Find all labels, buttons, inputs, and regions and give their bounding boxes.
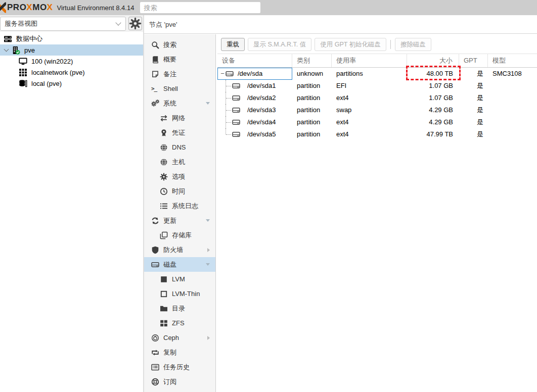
disks-content: 重载显示 S.M.A.R.T. 值使用 GPT 初始化磁盘擦除磁盘 设备类别使用… [217,34,537,392]
device-name: /dev/sda3 [247,104,276,116]
collapse-toggle-icon[interactable]: − [220,68,225,79]
tree-item-datacenter[interactable]: 数据中心 [0,33,143,44]
nav-item-firewall[interactable]: 防火墙 [144,242,215,257]
version-label: Virtual Environment 8.4.14 [57,4,134,12]
tree-item-label: localnetwork (pve) [31,69,85,76]
th-large-icon [160,319,168,327]
nav-item-zfs[interactable]: ZFS [144,316,215,330]
nav-item-disks[interactable]: 磁盘 [144,257,215,272]
ceph-icon [151,334,159,342]
nav-item-certificates[interactable]: 凭证 [144,125,215,140]
device-cell: /dev/sda3 [217,104,292,116]
terminal-icon: >_ [151,85,159,92]
column-header-usage[interactable]: 使用率 [332,54,407,67]
gear-icon [160,173,168,181]
nav-item-system[interactable]: 系统 [144,96,215,111]
nav-item-lvm[interactable]: LVM [144,272,215,286]
nav-item-dns[interactable]: DNS [144,140,215,155]
table-row[interactable]: /dev/sda4partitionext44.29 GB是 [217,116,537,128]
nav-item-label: LVM [172,275,185,283]
usage-cell: ext4 [332,92,407,104]
size-cell: 1.07 GB [407,80,459,92]
shield-icon [151,246,159,254]
tree-item-sdn-localnetwork[interactable]: localnetwork (pve) [0,67,143,78]
disks-toolbar: 重载显示 S.M.A.R.T. 值使用 GPT 初始化磁盘擦除磁盘 [221,38,537,51]
tree-settings-button[interactable] [128,17,142,30]
column-header-gpt[interactable]: GPT [459,54,488,67]
nav-item-repositories[interactable]: 存储库 [144,228,215,242]
column-header-type[interactable]: 类别 [292,54,332,67]
column-header-size[interactable]: 大小 [407,54,459,67]
table-row[interactable]: −/dev/sdaunknownpartitions48.00 TB是SMC31… [217,68,537,80]
tree-item-storage-local[interactable]: local (pve) [0,78,143,89]
model-cell [488,92,537,104]
disks-table: 设备类别使用率大小GPT模型 −/dev/sdaunknownpartition… [217,54,537,140]
reload-button[interactable]: 重载 [221,38,245,51]
column-header-model[interactable]: 模型 [488,54,537,67]
nav-item-label: 选项 [172,172,185,181]
table-row[interactable]: /dev/sda2partitionext41.07 GB是 [217,92,537,104]
nav-item-lvm-thin[interactable]: LVM-Thin [144,286,215,301]
proxmox-logo-icon [0,2,6,13]
show-smart-button[interactable]: 显示 S.M.A.R.T. 值 [248,38,311,51]
nav-item-task-history[interactable]: 任务历史 [144,360,215,374]
th-icon [19,68,27,77]
size-cell: 47.99 TB [407,128,459,140]
list-alt-icon [151,363,159,371]
gpt-init-button[interactable]: 使用 GPT 初始化磁盘 [315,38,386,51]
hdd-icon [232,106,240,114]
table-row[interactable]: /dev/sda5partitionext447.99 TB是 [217,128,537,140]
nav-item-directory[interactable]: 目录 [144,301,215,316]
tree-header: 服务器视图 [0,15,143,32]
nav-item-label: 存储库 [172,231,192,240]
nav-item-hosts[interactable]: 主机 [144,155,215,169]
nav-item-ceph[interactable]: Ceph [144,330,215,345]
device-cell: /dev/sda2 [217,92,292,104]
nav-item-network[interactable]: 网络 [144,111,215,125]
table-row[interactable]: /dev/sda3partitionswap4.29 GB是 [217,104,537,116]
nav-item-summary[interactable]: 概要 [144,52,215,67]
device-name: /dev/sda5 [247,128,276,140]
gpt-cell: 是 [459,80,488,92]
usage-cell: partitions [332,68,407,80]
nav-item-time[interactable]: 时间 [144,184,215,199]
tree-item-label: 数据中心 [16,34,42,43]
nav-item-label: 凭证 [172,128,185,137]
tree-elbow [226,116,232,128]
device-cell: /dev/sda1 [217,80,292,92]
content-header: 节点 'pve' [144,15,537,34]
device-name: /dev/sda4 [247,116,276,128]
size-cell: 4.29 GB [407,104,459,116]
tree-item-pve[interactable]: pve [0,44,143,56]
nav-item-search[interactable]: 搜索 [144,37,215,52]
nav-item-label: 订阅 [163,377,176,386]
nav-item-shell[interactable]: >_Shell [144,81,215,96]
table-row[interactable]: /dev/sda1partitionEFI1.07 GB是 [217,80,537,92]
global-search-input[interactable] [140,2,260,13]
tree-item-vm-100[interactable]: 100 (win2022) [0,56,143,67]
nav-item-label: Ceph [163,334,179,341]
nav-item-label: 网络 [172,114,185,123]
nav-item-subscription[interactable]: 订阅 [144,374,215,389]
nav-item-replication[interactable]: 复制 [144,345,215,360]
copy-icon [160,231,168,239]
size-cell: 48.00 TB [407,68,459,80]
nav-item-label: 磁盘 [163,260,176,269]
nav-item-updates[interactable]: 更新 [144,213,215,228]
top-bar: PROXMOX Virtual Environment 8.4.14 [0,0,537,15]
nav-item-syslog[interactable]: 系统日志 [144,199,215,213]
globe-icon [160,143,168,152]
nav-item-label: 概要 [163,55,176,64]
size-cell: 4.29 GB [407,116,459,128]
server-icon [4,35,12,43]
column-header-device[interactable]: 设备 [217,54,292,67]
gpt-cell: 是 [459,92,488,104]
refresh-icon [151,217,159,225]
device-cell: /dev/sda4 [217,116,292,128]
nav-item-options[interactable]: 选项 [144,169,215,184]
view-selector-dropdown[interactable]: 服务器视图 [0,17,126,31]
hdd-icon [232,118,240,126]
wipe-disk-button[interactable]: 擦除磁盘 [395,38,431,51]
nav-item-notes[interactable]: 备注 [144,67,215,81]
chevron-down-icon[interactable] [4,47,9,52]
